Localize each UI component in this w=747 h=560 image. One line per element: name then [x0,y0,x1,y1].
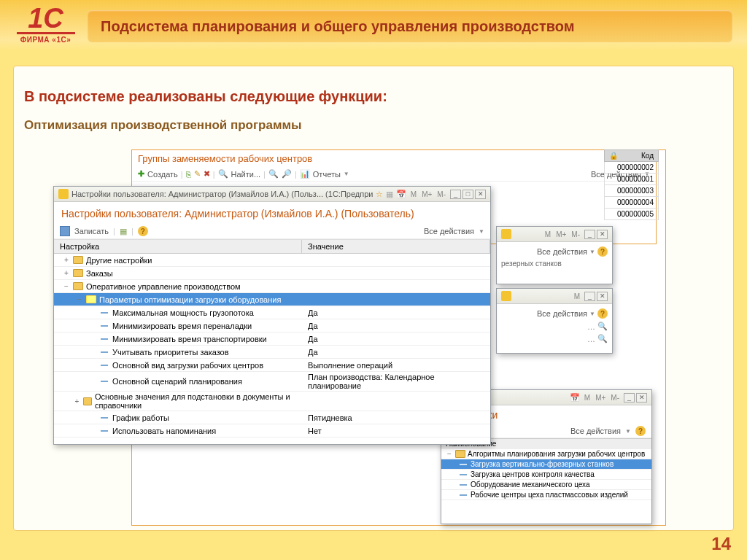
slide-header: 1C ФИРМА «1С» Подсистема планирования и … [0,0,747,55]
item-icon [460,464,467,465]
expand-icon[interactable]: + [63,269,70,277]
setting-label: Параметры оптимизации загрузки оборудова… [99,295,281,304]
app-icon [58,189,69,199]
m-buttons[interactable]: MM+M- [543,230,581,238]
folder-icon [86,295,96,303]
setting-value [302,286,490,287]
item-icon [101,417,108,419]
copy-icon[interactable]: ⎘ [186,170,191,179]
settings-row[interactable]: Минимизировать время транспортировкиДа [54,332,490,346]
settings-row[interactable]: Учитывать приоритеты заказовДа [54,346,490,359]
close-button[interactable]: ✕ [636,393,647,402]
item-icon [101,351,108,353]
minimize-button[interactable]: _ [584,292,595,301]
setting-label: Основной сценарий планирования [112,377,242,386]
settings-row[interactable]: Максимальная мощность грузопотокаДа [54,306,490,319]
settings-row[interactable]: +Основные значения для подстановки в док… [54,392,490,411]
create-button[interactable]: Создать [147,170,178,179]
close-button[interactable]: ✕ [597,292,608,301]
expand-icon[interactable]: − [76,295,83,303]
zoom-in-icon[interactable]: 🔎 [282,169,292,179]
minimize-button[interactable]: _ [450,190,461,199]
grid-icon[interactable]: ▦ [386,190,393,199]
edit-icon[interactable]: ✎ [194,169,201,179]
settings-row[interactable]: Основной сценарий планированияПлан произ… [54,372,490,392]
search-icon[interactable]: … [587,335,595,343]
m-buttons[interactable]: M [573,292,581,300]
expand-icon[interactable]: − [63,282,70,290]
setting-value [302,260,490,261]
algo-label: Рабочие центры цеха пластмассовых издели… [471,491,628,499]
item-icon [460,474,467,475]
algo-row[interactable]: Оборудование механического цеха [441,480,651,490]
settings-row[interactable]: Использовать напоминанияНет [54,424,490,438]
algo-row[interactable]: Загрузка вертикально-фрезерных станков [441,459,651,470]
setting-label: Минимизировать время транспортировки [112,335,267,343]
all-actions-button[interactable]: Все действия [424,227,474,236]
setting-label: График работы [112,413,169,422]
code-row[interactable]: 000000003 [604,185,659,197]
folder-icon [83,397,92,405]
delete-icon[interactable]: ✖ [204,169,210,179]
code-row[interactable]: 000000004 [604,197,659,209]
minimize-button[interactable]: _ [584,230,595,239]
settings-row[interactable]: −Параметры оптимизации загрузки оборудов… [54,293,490,306]
help-icon[interactable]: ? [597,246,608,257]
all-actions-button[interactable]: Все действия [537,247,587,256]
help-icon[interactable]: ? [635,426,646,436]
setting-value: Выполнение операций [302,360,490,370]
dropdown-icon[interactable]: ▼ [344,171,349,177]
star-icon[interactable]: ☆ [376,190,383,199]
zoom-icon[interactable]: 🔍 [597,334,608,343]
minimize-button[interactable]: _ [624,393,635,402]
setting-label: Основные значения для подстановки в доку… [95,392,302,410]
zoom-icon[interactable]: 🔍 [597,322,608,331]
expand-icon[interactable]: + [74,397,80,405]
all-actions-button[interactable]: Все действия [537,309,587,318]
calendar-icon[interactable]: 📅 [570,393,580,402]
zoom-icon[interactable]: 🔍 [268,169,279,179]
item-icon [101,365,108,366]
toolbar-icon[interactable]: ▦ [120,227,127,236]
maximize-button[interactable]: □ [462,190,473,199]
help-icon[interactable]: ? [597,308,608,319]
find-button[interactable]: Найти... [231,170,261,179]
all-actions-button[interactable]: Все действия [570,427,621,435]
slide-title: Подсистема планирования и общего управле… [88,10,732,42]
setting-label: Минимизировать время переналадки [112,322,252,330]
algo-row[interactable]: Загрузка центров контроля качества [441,470,651,480]
write-button[interactable]: Записать [74,227,109,236]
search-icon[interactable]: … [587,322,595,331]
subsection-heading: Оптимизация производственной программы [24,118,723,133]
code-row[interactable]: 000000002 [604,162,659,174]
code-row[interactable]: 000000005 [604,209,659,220]
item-icon [460,494,467,496]
algo-row[interactable]: −Алгоритмы планирования загрузки рабочих… [441,449,651,459]
settings-row[interactable]: +Заказы [54,267,490,280]
folder-icon [455,450,465,458]
calendar-icon[interactable]: 📅 [396,190,406,199]
item-icon [101,430,108,432]
settings-row[interactable]: Минимизировать время переналадкиДа [54,319,490,332]
reports-icon: 📊 [300,169,310,179]
setting-value: Пятидневка [302,413,490,423]
setting-label: Оперативное управление производством [86,282,241,291]
algo-row[interactable]: Рабочие центры цеха пластмассовых издели… [441,490,651,500]
setting-value: Да [302,334,490,344]
item-icon [460,484,467,486]
code-row[interactable]: 000000001 [604,174,659,185]
page-number: 14 [711,534,731,554]
expand-icon[interactable]: − [446,450,453,458]
expand-icon[interactable]: + [63,256,70,264]
section-heading: В подсистеме реализованы следующие функц… [24,88,723,105]
close-button[interactable]: ✕ [597,230,608,239]
algo-label: Загрузка центров контроля качества [471,470,595,478]
help-icon[interactable]: ? [138,226,148,236]
settings-row[interactable]: Основной вид загрузки рабочих центровВып… [54,359,490,372]
reports-button[interactable]: Отчеты [313,170,341,179]
settings-row[interactable]: График работыПятидневка [54,411,490,424]
settings-row[interactable]: −Оперативное управление производством [54,280,490,293]
settings-row[interactable]: +Другие настройки [54,254,490,267]
codes-column: 🔒 Код 000000002 000000001 000000003 0000… [604,149,659,220]
close-button[interactable]: ✕ [475,190,486,199]
